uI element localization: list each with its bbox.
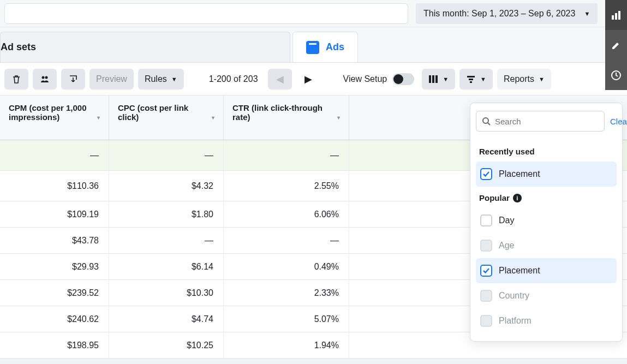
prev-page-button[interactable]: ◀ (268, 69, 292, 89)
popular-label-text: Popular (479, 193, 510, 202)
cell-cpc: $4.32 (109, 171, 224, 201)
trash-icon (11, 74, 21, 84)
cell-ctr: — (224, 140, 349, 170)
col-cpc[interactable]: CPC (cost per link click) ▾ (109, 96, 224, 140)
next-page-button[interactable]: ▶ (296, 69, 320, 89)
cell-cpm: — (0, 140, 109, 170)
cell-ctr: 2.55% (224, 171, 349, 201)
cell-cpm: $43.78 (0, 228, 109, 253)
svg-point-12 (483, 118, 488, 123)
col-ctr[interactable]: CTR (link click-through rate) ▾ (224, 96, 349, 140)
caret-down-icon: ▼ (480, 76, 486, 82)
breakdown-item-platform: Platform (476, 308, 617, 333)
people-icon (40, 74, 50, 84)
col-cpm-label: CPM (cost per 1,000 impressions) (9, 103, 94, 122)
tab-adsets[interactable]: Ad sets (0, 32, 290, 62)
breakdown-item-country: Country (476, 283, 617, 308)
breakdown-item-placement[interactable]: Placement (476, 162, 617, 187)
tab-ads[interactable]: Ads (292, 32, 358, 62)
breakdown-item-label: Platform (499, 316, 532, 326)
clock-icon[interactable] (605, 60, 627, 90)
chevron-left-icon: ◀ (276, 73, 284, 85)
section-recently-used-label: Recently used (476, 140, 617, 162)
ads-icon (306, 41, 319, 54)
breakdown-button[interactable]: ▼ (459, 69, 493, 89)
svg-point-5 (45, 76, 48, 79)
view-setup-toggle[interactable] (392, 73, 414, 85)
checkbox[interactable] (480, 240, 492, 252)
tab-ads-label: Ads (326, 41, 344, 53)
page-info: 1-200 of 203 (204, 74, 264, 84)
chevron-right-icon: ▶ (304, 73, 312, 85)
reports-label: Reports (504, 74, 534, 84)
cell-cpc: $10.30 (109, 280, 224, 306)
cell-cpc: $1.80 (109, 201, 224, 227)
svg-rect-6 (429, 75, 431, 83)
clear-all-link[interactable]: Clear all (610, 117, 627, 126)
cell-cpm: $29.93 (0, 254, 109, 279)
breakdown-item-placement[interactable]: Placement (476, 258, 617, 283)
pencil-icon[interactable] (605, 30, 627, 60)
tab-adsets-label: Ad sets (1, 41, 36, 53)
cell-ctr: 5.07% (224, 306, 349, 332)
checkbox[interactable] (480, 290, 492, 302)
cell-cpm: $198.95 (0, 332, 109, 358)
cell-ctr: 6.06% (224, 201, 349, 227)
delete-button[interactable] (4, 69, 28, 89)
export-icon (68, 74, 78, 84)
right-rail (605, 0, 627, 90)
cell-ctr: 1.94% (224, 332, 349, 358)
search-icon (482, 117, 491, 126)
recently-used-list: Placement (476, 162, 617, 187)
sort-icon: ▾ (212, 115, 214, 121)
breakdown-item-age: Age (476, 233, 617, 258)
cell-cpc: — (109, 140, 224, 170)
preview-label: Preview (96, 74, 127, 84)
columns-button[interactable]: ▼ (422, 69, 455, 89)
breakdown-panel: Clear all Recently used Placement Popula… (470, 103, 623, 342)
cell-cpc: $6.14 (109, 254, 224, 279)
rules-label: Rules (145, 74, 167, 84)
reports-button[interactable]: Reports ▼ (497, 69, 551, 89)
export-button[interactable] (61, 69, 85, 89)
caret-down-icon: ▼ (443, 76, 449, 82)
preview-button[interactable]: Preview (89, 69, 134, 89)
rules-button[interactable]: Rules ▼ (138, 69, 184, 89)
col-cpm[interactable]: CPM (cost per 1,000 impressions) ▾ (0, 96, 109, 140)
columns-icon (428, 75, 438, 83)
cell-ctr: 2.33% (224, 280, 349, 306)
svg-point-4 (42, 76, 45, 79)
svg-rect-8 (435, 75, 438, 83)
view-setup: View Setup (340, 73, 418, 85)
checkbox[interactable] (480, 214, 492, 226)
breakdown-item-label: Age (499, 241, 514, 250)
svg-rect-7 (432, 75, 434, 83)
tab-row: Ad sets Ads (0, 27, 627, 63)
caret-down-icon: ▼ (584, 10, 590, 17)
svg-rect-0 (612, 15, 614, 20)
col-cpc-label: CPC (cost per link click) (118, 103, 208, 122)
breakdown-item-label: Placement (499, 266, 540, 276)
caret-down-icon: ▼ (171, 76, 177, 82)
chart-bar-icon[interactable] (605, 0, 627, 30)
cell-cpm: $109.19 (0, 201, 109, 227)
top-search-box[interactable] (4, 3, 408, 24)
cell-cpm: $240.62 (0, 306, 109, 332)
checkbox[interactable] (480, 265, 492, 277)
cell-cpc: $4.74 (109, 306, 224, 332)
date-range-selector[interactable]: This month: Sep 1, 2023 – Sep 6, 2023 ▼ (416, 3, 598, 24)
svg-rect-10 (469, 79, 473, 80)
breakdown-item-day[interactable]: Day (476, 208, 617, 233)
cell-cpm: $110.36 (0, 171, 109, 201)
cell-ctr: — (224, 228, 349, 253)
breakdown-search[interactable] (476, 111, 605, 132)
checkbox[interactable] (480, 168, 492, 180)
date-range-label: This month: Sep 1, 2023 – Sep 6, 2023 (423, 9, 575, 19)
duplicate-button[interactable] (33, 69, 57, 89)
breakdown-search-input[interactable] (495, 117, 599, 126)
col-ctr-label: CTR (link click-through rate) (232, 103, 334, 122)
checkbox[interactable] (480, 315, 492, 327)
svg-rect-11 (470, 81, 472, 83)
cell-cpm: $239.52 (0, 280, 109, 306)
toolbar: Preview Rules ▼ 1-200 of 203 ◀ ▶ View Se… (0, 63, 627, 96)
